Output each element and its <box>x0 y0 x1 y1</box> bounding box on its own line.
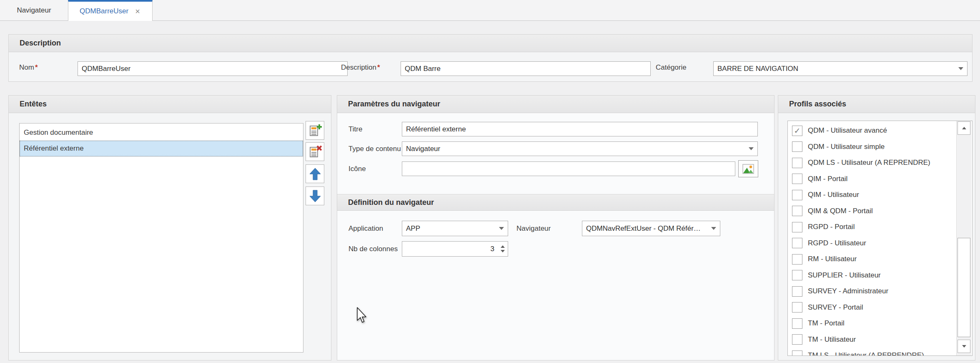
profil-list-item[interactable]: RM - Utilisateur <box>788 251 972 267</box>
delete-header-button[interactable] <box>306 142 324 161</box>
checkbox-unchecked-icon[interactable] <box>792 350 802 356</box>
move-up-button[interactable] <box>306 164 324 183</box>
profil-label: QIM - Portail <box>808 175 847 183</box>
navigateur-dropdown[interactable]: QDMNavRefExtUser - QDM Référ… <box>582 221 720 236</box>
profil-list-item[interactable]: TM - Portail <box>788 315 972 332</box>
categorie-value: BARRE DE NAVIGATION <box>717 65 956 73</box>
definition-section-title: Définition du navigateur <box>337 194 774 211</box>
nom-label: Nom* <box>19 63 38 72</box>
titre-input[interactable] <box>402 122 758 136</box>
nom-input[interactable] <box>78 61 348 76</box>
checkbox-unchecked-icon[interactable] <box>792 254 802 265</box>
chevron-down-icon <box>711 227 716 230</box>
chevron-down-icon <box>958 67 963 70</box>
checkbox-unchecked-icon[interactable] <box>792 318 802 329</box>
checkbox-unchecked-icon[interactable] <box>792 190 802 200</box>
entetes-list-item[interactable]: Gestion documentaire <box>20 125 303 141</box>
checkbox-unchecked-icon[interactable] <box>792 302 802 313</box>
description-body: Nom* Description* Catégorie BARRE DE NAV… <box>9 52 972 81</box>
profil-list-item[interactable]: SURVEY - Administrateur <box>788 283 972 300</box>
tab-close-icon[interactable]: × <box>134 7 141 15</box>
nb-colonnes-label: Nb de colonnes <box>348 245 398 253</box>
description-required-asterisk: * <box>377 63 380 71</box>
profil-label: QIM - Utilisateur <box>808 191 859 199</box>
profil-label: QDM LS - Utilisateur (A REPRENDRE) <box>808 159 930 167</box>
tab-navigateur-label: Navigateur <box>17 6 51 15</box>
profil-list-item[interactable]: RGPD - Portail <box>788 219 972 235</box>
tab-navigateur[interactable]: Navigateur <box>0 0 68 21</box>
nb-colonnes-input[interactable] <box>402 241 508 257</box>
icone-label: Icône <box>348 165 366 173</box>
profil-label: RGPD - Portail <box>808 223 855 231</box>
description-label: Description* <box>341 63 380 72</box>
profils-section-title: Profils associés <box>778 96 975 113</box>
checkbox-unchecked-icon[interactable] <box>792 222 802 232</box>
entetes-list[interactable]: Gestion documentaireRéférentiel externe <box>19 123 303 353</box>
profils-scrollbar[interactable] <box>956 121 971 355</box>
add-document-icon <box>308 124 322 137</box>
chevron-down-icon <box>749 147 754 150</box>
profil-label: SURVEY - Administrateur <box>808 287 888 295</box>
scrollbar-thumb[interactable] <box>957 238 970 337</box>
spinner-buttons <box>499 241 506 257</box>
profil-list-item[interactable]: QIM - Portail <box>788 171 972 187</box>
nb-colonnes-spinner <box>402 241 508 257</box>
profil-label: RM - Utilisateur <box>808 255 857 263</box>
profil-label: QDM - Utilisateur simple <box>808 143 885 151</box>
type-contenu-value: Navigateur <box>406 145 746 153</box>
icone-picker-button[interactable] <box>738 160 758 177</box>
spin-up-icon[interactable] <box>501 245 505 248</box>
profil-list-item[interactable]: TM - Utilisateur <box>788 332 972 348</box>
profil-list-item[interactable]: SUPPLIER - Utilisateur <box>788 267 972 284</box>
profil-label: TM - Utilisateur <box>808 335 856 344</box>
profil-list-item[interactable]: QDM LS - Utilisateur (A REPRENDRE) <box>788 155 972 171</box>
profil-label: RGPD - Utilisateur <box>808 239 866 247</box>
type-contenu-dropdown[interactable]: Navigateur <box>402 141 758 156</box>
checkbox-unchecked-icon[interactable] <box>792 174 802 184</box>
move-down-button[interactable] <box>306 187 324 205</box>
icone-input[interactable] <box>402 161 735 176</box>
profil-list-item[interactable]: SURVEY - Portail <box>788 300 972 316</box>
application-value: APP <box>406 224 496 233</box>
checkbox-unchecked-icon[interactable] <box>792 238 802 248</box>
delete-document-icon <box>308 145 322 159</box>
profil-label: TM LS - Utilisateur (A REPRENDRE) <box>808 351 924 356</box>
profil-label: TM - Portail <box>808 319 845 328</box>
entetes-list-item[interactable]: Référentiel externe <box>20 141 303 156</box>
entetes-body: Gestion documentaireRéférentiel externe <box>9 113 331 360</box>
checkbox-unchecked-icon[interactable] <box>792 286 802 297</box>
profil-list-item[interactable]: QIM & QDM - Portail <box>788 203 972 219</box>
profil-list-item[interactable]: QDM - Utilisateur simple <box>788 139 972 155</box>
scrollbar-up-button[interactable] <box>957 121 970 135</box>
checkbox-unchecked-icon[interactable] <box>792 334 802 345</box>
profil-list-item[interactable]: ✓QDM - Utilisateur avancé <box>788 123 972 139</box>
profil-list-item[interactable]: QIM - Utilisateur <box>788 187 972 203</box>
checkbox-unchecked-icon[interactable] <box>792 270 802 280</box>
profils-panel: Profils associés ✓QDM - Utilisateur avan… <box>778 95 975 360</box>
checkbox-unchecked-icon[interactable] <box>792 158 802 168</box>
entetes-section-title: Entêtes <box>9 96 331 113</box>
checkbox-checked-icon[interactable]: ✓ <box>792 126 802 136</box>
description-input[interactable] <box>401 61 651 76</box>
categorie-dropdown[interactable]: BARRE DE NAVIGATION <box>713 61 967 76</box>
parametres-section-title: Paramètres du navigateur <box>337 96 774 113</box>
navigateur-value: QDMNavRefExtUser - QDM Référ… <box>586 224 709 233</box>
profil-label: SUPPLIER - Utilisateur <box>808 271 881 280</box>
profils-list[interactable]: ✓QDM - Utilisateur avancéQDM - Utilisate… <box>787 121 972 356</box>
scrollbar-down-button[interactable] <box>957 340 970 353</box>
navigator-settings-panel: Paramètres du navigateur Titre Type de c… <box>337 95 774 360</box>
description-group: Description Nom* Description* Catégorie … <box>8 34 972 82</box>
add-header-button[interactable] <box>306 121 324 140</box>
tab-qdmbarreuser-label: QDMBarreUser <box>80 7 128 15</box>
arrow-up-icon <box>309 167 321 181</box>
application-dropdown[interactable]: APP <box>402 221 508 236</box>
checkbox-unchecked-icon[interactable] <box>792 141 802 152</box>
profil-label: QIM & QDM - Portail <box>808 207 873 215</box>
profil-list-item[interactable]: RGPD - Utilisateur <box>788 235 972 252</box>
application-label: Application <box>348 224 383 233</box>
spin-down-icon[interactable] <box>501 250 505 252</box>
entetes-panel: Entêtes Gestion documentaireRéférentiel … <box>8 95 331 360</box>
checkbox-unchecked-icon[interactable] <box>792 206 802 216</box>
profil-list-item[interactable]: TM LS - Utilisateur (A REPRENDRE) <box>788 348 972 356</box>
tab-qdmbarreuser[interactable]: QDMBarreUser × <box>68 0 153 21</box>
